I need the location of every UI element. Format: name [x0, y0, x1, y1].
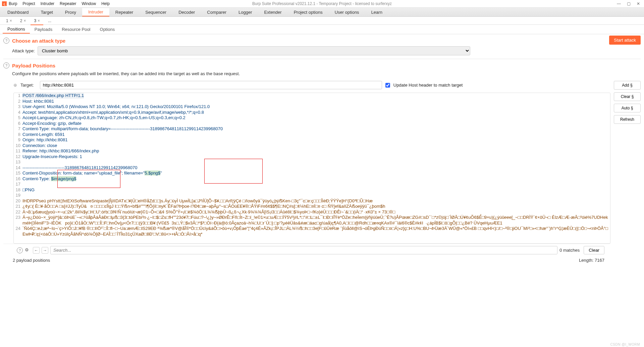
tab-comparer[interactable]: Comparer [201, 8, 232, 16]
gear-icon[interactable]: ⚙ [25, 247, 31, 253]
minimize-icon[interactable]: — [617, 1, 621, 6]
tab-user-options[interactable]: User options [329, 8, 365, 16]
section-positions[interactable]: Positions [3, 25, 30, 34]
target-input[interactable] [40, 81, 382, 89]
tab-project-options[interactable]: Project options [288, 8, 329, 16]
menu-help[interactable]: Help [101, 1, 110, 6]
tab-target[interactable]: Target [35, 8, 59, 16]
target-config-icon[interactable]: ⊕ [13, 83, 17, 88]
prev-match-icon[interactable]: ← [33, 247, 40, 254]
attack-type-select[interactable]: Cluster bomb [38, 46, 470, 55]
request-editor[interactable]: 1POST /666/index.php HTTP/1.12Host: khbc… [13, 93, 610, 244]
close-tab-icon[interactable]: × [10, 18, 12, 23]
attack-tab-2[interactable]: 2× [17, 18, 30, 24]
payload-positions-description: Configure the positions where payloads w… [12, 71, 641, 76]
section-options[interactable]: Options [95, 26, 120, 33]
start-attack-button[interactable]: Start attack [609, 36, 641, 45]
tab-learn[interactable]: Learn [365, 8, 388, 16]
app-logo-icon: ς [2, 1, 7, 6]
next-match-icon[interactable]: → [42, 247, 48, 254]
section-resource-pool[interactable]: Resource Pool [57, 26, 95, 33]
tab-proxy[interactable]: Proxy [59, 8, 82, 16]
attack-tab-1[interactable]: 1× [3, 18, 15, 24]
help-icon[interactable]: ? [3, 62, 9, 68]
match-count: 0 matches [559, 248, 580, 253]
tab-extender[interactable]: Extender [258, 8, 288, 16]
tab-dashboard[interactable]: Dashboard [1, 8, 35, 16]
window-title: Burp Suite Professional v2021.12.1 - Tem… [252, 1, 392, 6]
title-bar: ς Burp Project Intruder Repeater Window … [0, 0, 644, 7]
attack-type-header: Choose an attack type [12, 38, 65, 44]
auto-positions-button[interactable]: Auto § [614, 104, 641, 112]
clear-search-button[interactable]: Clear [584, 246, 604, 254]
refresh-button[interactable]: Refresh [614, 115, 641, 124]
intruder-attack-tabs: 1× 2× 3× ... [0, 17, 644, 25]
close-tab-icon[interactable]: × [23, 18, 26, 23]
menu-intruder[interactable]: Intruder [41, 1, 54, 6]
section-payloads[interactable]: Payloads [30, 26, 57, 33]
attack-tab-3[interactable]: 3× [31, 18, 43, 24]
tab-decoder[interactable]: Decoder [172, 8, 201, 16]
search-input[interactable] [50, 246, 557, 254]
position-buttons: Add § Clear § Auto § Refresh [614, 81, 641, 266]
menu-bar: Burp Project Intruder Repeater Window He… [9, 1, 110, 6]
tab-sequencer[interactable]: Sequencer [139, 8, 172, 16]
close-icon[interactable]: ✕ [637, 1, 640, 6]
help-icon[interactable]: ? [3, 38, 9, 44]
help-icon[interactable]: ? [17, 247, 23, 253]
maximize-icon[interactable]: ▢ [627, 1, 631, 6]
close-tab-icon[interactable]: × [38, 18, 40, 23]
add-position-button[interactable]: Add § [614, 81, 641, 90]
clear-positions-button[interactable]: Clear § [614, 92, 641, 101]
payload-positions-header: Payload Positions [12, 63, 55, 68]
request-length: Length: 7167 [579, 258, 604, 263]
tab-logger[interactable]: Logger [232, 8, 258, 16]
menu-window[interactable]: Window [82, 1, 96, 6]
update-host-checkbox[interactable] [385, 83, 390, 88]
attack-tab-more[interactable]: ... [45, 18, 55, 24]
attack-type-label: Attack type: [12, 48, 35, 53]
payload-positions-count: 2 payload positions [13, 258, 50, 263]
main-tabs: Dashboard Target Proxy Intruder Repeater… [0, 7, 644, 17]
intruder-section-tabs: Positions Payloads Resource Pool Options [0, 25, 644, 34]
menu-project[interactable]: Project [22, 1, 35, 6]
tab-intruder[interactable]: Intruder [82, 8, 109, 16]
tab-repeater[interactable]: Repeater [109, 8, 139, 16]
menu-repeater[interactable]: Repeater [60, 1, 76, 6]
update-host-label: Update Host header to match target [393, 83, 463, 88]
target-label: Target: [20, 83, 34, 88]
window-controls: — ▢ ✕ [617, 1, 644, 6]
menu-burp[interactable]: Burp [9, 1, 17, 6]
